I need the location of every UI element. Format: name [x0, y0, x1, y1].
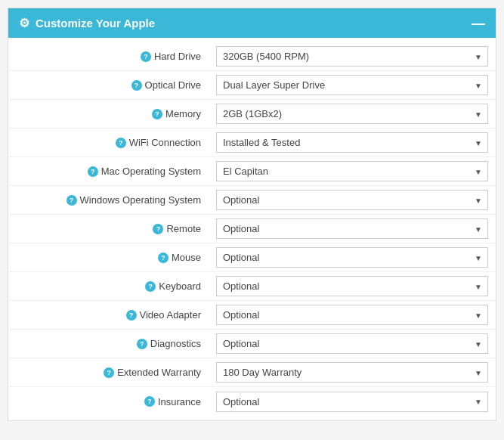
field-label: ?Extended Warranty	[8, 367, 209, 378]
field-label: ?Insurance	[8, 396, 209, 407]
field-control: Installed & TestedOptional	[209, 132, 488, 153]
field-select-mac-operating-system[interactable]: El CapitanSierraHigh Sierra	[216, 161, 488, 181]
select-wrapper: 180 Day Warranty1 Year WarrantyNone	[216, 362, 488, 383]
field-label: ?WiFi Connection	[8, 137, 209, 148]
help-icon[interactable]: ?	[137, 339, 147, 349]
field-row: ?RemoteOptionalApple Remote	[8, 215, 496, 243]
help-icon[interactable]: ?	[144, 396, 155, 407]
field-label: ?Windows Operating System	[8, 194, 209, 206]
select-wrapper: OptionalMiniDP to HDMIMiniDP to DVI	[216, 305, 488, 325]
field-row: ?MouseOptionalMagic Mouse	[8, 243, 496, 272]
customize-widget: ⚙ Customize Your Apple — ?Hard Drive320G…	[8, 8, 496, 421]
field-label-text: Extended Warranty	[117, 367, 201, 378]
field-row: ?InsuranceOptionalFull Coverage	[8, 387, 496, 416]
field-row: ?Extended Warranty180 Day Warranty1 Year…	[8, 358, 496, 387]
field-label: ?Hard Drive	[8, 51, 209, 62]
widget-title: Customize Your Apple	[36, 17, 155, 29]
help-icon[interactable]: ?	[158, 253, 169, 263]
field-label-text: WiFi Connection	[129, 137, 201, 148]
help-icon[interactable]: ?	[153, 224, 163, 234]
help-icon[interactable]: ?	[145, 281, 156, 292]
field-select-mouse[interactable]: OptionalMagic Mouse	[216, 247, 488, 268]
field-row: ?DiagnosticsOptionalFull Diagnostics	[8, 330, 496, 358]
field-label: ?Remote	[8, 223, 209, 234]
widget-body: ?Hard Drive320GB (5400 RPM)500GB (5400 R…	[8, 38, 496, 420]
field-select-video-adapter[interactable]: OptionalMiniDP to HDMIMiniDP to DVI	[216, 305, 488, 325]
field-label-text: Diagnostics	[150, 338, 201, 349]
field-control: 180 Day Warranty1 Year WarrantyNone	[209, 362, 488, 383]
widget-header: ⚙ Customize Your Apple —	[8, 8, 496, 38]
field-control: 2GB (1GBx2)4GB (2GBx2)8GB (4GBx2)	[209, 104, 488, 124]
help-icon[interactable]: ?	[116, 138, 126, 148]
select-wrapper: OptionalApple Remote	[216, 218, 488, 239]
help-icon[interactable]: ?	[141, 51, 151, 62]
field-label: ?Optical Drive	[8, 79, 209, 91]
field-label-text: Remote	[166, 223, 201, 234]
field-label-text: Video Adapter	[140, 309, 201, 321]
field-label-text: Keyboard	[159, 280, 201, 292]
help-icon[interactable]: ?	[152, 109, 162, 119]
help-icon[interactable]: ?	[126, 310, 137, 321]
select-wrapper: 2GB (1GBx2)4GB (2GBx2)8GB (4GBx2)	[216, 104, 488, 124]
field-row: ?Hard Drive320GB (5400 RPM)500GB (5400 R…	[8, 42, 496, 71]
field-label: ?Video Adapter	[8, 309, 209, 321]
gear-icon: ⚙	[19, 16, 29, 30]
field-select-wifi-connection[interactable]: Installed & TestedOptional	[216, 132, 488, 153]
field-control: 320GB (5400 RPM)500GB (5400 RPM)1TB (540…	[209, 46, 488, 67]
field-row: ?Video AdapterOptionalMiniDP to HDMIMini…	[8, 301, 496, 330]
help-icon[interactable]: ?	[66, 195, 77, 206]
field-row: ?Optical DriveDual Layer Super DriveNone	[8, 71, 496, 100]
field-row: ?WiFi ConnectionInstalled & TestedOption…	[8, 129, 496, 157]
help-icon[interactable]: ?	[131, 80, 142, 91]
field-row: ?Windows Operating SystemOptionalWindows…	[8, 186, 496, 215]
field-label-text: Mac Operating System	[101, 166, 201, 177]
field-label-text: Windows Operating System	[80, 194, 201, 206]
field-control: Dual Layer Super DriveNone	[209, 75, 488, 95]
field-label: ?Mac Operating System	[8, 166, 209, 177]
field-select-remote[interactable]: OptionalApple Remote	[216, 218, 488, 239]
select-wrapper: Dual Layer Super DriveNone	[216, 75, 488, 95]
help-icon[interactable]: ?	[88, 166, 98, 177]
select-wrapper: El CapitanSierraHigh Sierra	[216, 161, 488, 181]
field-control: OptionalFull Diagnostics	[209, 333, 488, 354]
field-control: OptionalApple Keyboard	[209, 276, 488, 296]
select-wrapper: OptionalFull Coverage	[216, 392, 488, 412]
field-control: OptionalMagic Mouse	[209, 247, 488, 268]
field-label-text: Memory	[165, 108, 201, 119]
field-select-insurance[interactable]: OptionalFull Coverage	[216, 392, 488, 412]
field-select-optical-drive[interactable]: Dual Layer Super DriveNone	[216, 75, 488, 95]
field-control: OptionalApple Remote	[209, 218, 488, 239]
field-select-diagnostics[interactable]: OptionalFull Diagnostics	[216, 333, 488, 354]
field-row: ?Mac Operating SystemEl CapitanSierraHig…	[8, 157, 496, 186]
select-wrapper: OptionalMagic Mouse	[216, 247, 488, 268]
field-control: El CapitanSierraHigh Sierra	[209, 161, 488, 181]
field-label-text: Optical Drive	[145, 79, 201, 91]
field-select-memory[interactable]: 2GB (1GBx2)4GB (2GBx2)8GB (4GBx2)	[216, 104, 488, 124]
field-control: OptionalWindows 10Windows 7	[209, 190, 488, 210]
field-label-text: Insurance	[158, 396, 201, 407]
field-label: ?Keyboard	[8, 280, 209, 292]
select-wrapper: OptionalFull Diagnostics	[216, 333, 488, 354]
help-icon[interactable]: ?	[104, 367, 114, 378]
field-row: ?KeyboardOptionalApple Keyboard	[8, 272, 496, 301]
field-select-windows-operating-system[interactable]: OptionalWindows 10Windows 7	[216, 190, 488, 210]
field-label: ?Diagnostics	[8, 338, 209, 349]
field-label: ?Mouse	[8, 252, 209, 263]
field-select-hard-drive[interactable]: 320GB (5400 RPM)500GB (5400 RPM)1TB (540…	[216, 46, 488, 67]
field-label: ?Memory	[8, 108, 209, 119]
collapse-button[interactable]: —	[472, 17, 485, 30]
select-wrapper: OptionalWindows 10Windows 7	[216, 190, 488, 210]
field-label-text: Mouse	[172, 252, 201, 263]
select-wrapper: Installed & TestedOptional	[216, 132, 488, 153]
field-row: ?Memory2GB (1GBx2)4GB (2GBx2)8GB (4GBx2)	[8, 100, 496, 129]
field-select-keyboard[interactable]: OptionalApple Keyboard	[216, 276, 488, 296]
widget-header-left: ⚙ Customize Your Apple	[19, 16, 155, 30]
field-select-extended-warranty[interactable]: 180 Day Warranty1 Year WarrantyNone	[216, 362, 488, 383]
select-wrapper: 320GB (5400 RPM)500GB (5400 RPM)1TB (540…	[216, 46, 488, 67]
field-label-text: Hard Drive	[154, 51, 201, 62]
field-control: OptionalMiniDP to HDMIMiniDP to DVI	[209, 305, 488, 325]
select-wrapper: OptionalApple Keyboard	[216, 276, 488, 296]
field-control: OptionalFull Coverage	[209, 392, 488, 412]
